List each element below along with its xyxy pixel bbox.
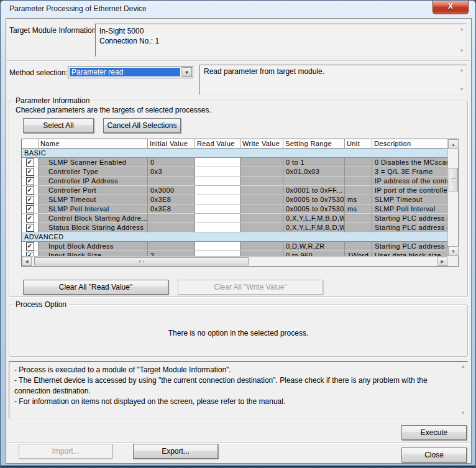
import-button: Import... (19, 444, 112, 459)
checkbox-checked-icon[interactable]: ✓ (26, 158, 34, 167)
cell-read (195, 167, 240, 177)
clear-all-write-value-button: Clear All "Write Value" (178, 280, 323, 295)
cell-initial (148, 177, 195, 186)
checkbox-checked-icon[interactable]: ✓ (26, 252, 34, 257)
cell-unit: ms (345, 195, 372, 204)
scroll-up-icon[interactable]: ▲ (459, 68, 464, 73)
table-row[interactable]: ✓SLMP Timeout0x3E80x0005 to 0x7530msSLMP… (22, 195, 447, 204)
select-all-button[interactable]: Select All (23, 118, 94, 133)
row-checkbox-cell[interactable]: ✓ (22, 177, 39, 186)
cell-name: SLMP Poll Interval (39, 204, 148, 214)
cell-write (240, 167, 283, 177)
cell-unit (345, 186, 372, 195)
column-header-check[interactable] (22, 139, 39, 148)
row-checkbox-cell[interactable]: ✓ (22, 251, 39, 256)
row-checkbox-cell[interactable]: ✓ (22, 186, 39, 195)
cell-range: 0 to 960 (283, 251, 345, 256)
cell-write (240, 186, 283, 195)
section-row[interactable]: BASIC (22, 149, 447, 158)
cell-write (240, 177, 283, 186)
scrollbar-corner (447, 256, 458, 266)
cell-name: Controller IP Address (39, 177, 148, 186)
column-header-range[interactable]: Setting Range (283, 139, 345, 148)
vertical-scrollbar-thumb[interactable] (449, 168, 458, 191)
scroll-up-icon[interactable]: ▲ (459, 27, 464, 32)
table-row[interactable]: ✓SLMP Poll Interval0x3E80x0005 to 0x7530… (22, 204, 447, 214)
vertical-scrollbar[interactable]: ▲ ▼ (447, 139, 458, 256)
separator (7, 60, 470, 62)
column-header-initial[interactable]: Initial Value (148, 139, 195, 148)
process-option-group: Process Option There is no option in the… (9, 305, 468, 357)
scroll-down-icon[interactable]: ▼ (448, 246, 459, 256)
table-row[interactable]: ✓Controller Type0x30x01,0x033 = Q/L 3E F… (22, 167, 447, 177)
checkbox-checked-icon[interactable]: ✓ (26, 177, 34, 185)
execute-button[interactable]: Execute (401, 425, 467, 440)
target-module-line: Connection No.: 1 (99, 36, 454, 46)
table-row[interactable]: ✓SLMP Scanner Enabled00 to 10 Disables t… (22, 158, 447, 167)
row-checkbox-cell[interactable]: ✓ (22, 214, 39, 223)
cell-range: 0x01,0x03 (283, 167, 345, 177)
row-checkbox-cell[interactable]: ✓ (22, 167, 39, 177)
table-row[interactable]: ✓Controller Port0x30000x0001 to 0xFF...I… (22, 186, 447, 195)
chevron-down-icon: ▼ (185, 70, 189, 75)
scroll-down-icon[interactable]: ▼ (459, 87, 464, 92)
table-row[interactable]: ✓Input Block Address0,D,W,R,ZRStarting P… (22, 242, 447, 251)
scroll-down-icon[interactable]: ▼ (459, 48, 464, 53)
table-row[interactable]: ✓Controller IP AddressIP address of the … (22, 177, 447, 186)
row-checkbox-cell[interactable]: ✓ (22, 204, 39, 214)
cell-name: Input Block Size (39, 251, 148, 256)
dropdown-button[interactable]: ▼ (181, 67, 192, 77)
method-select-dropdown[interactable]: Parameter read ▼ (68, 66, 193, 78)
table-row[interactable]: ✓Input Block Size20 to 9601WordUser data… (22, 251, 447, 256)
checkbox-checked-icon[interactable]: ✓ (26, 224, 34, 232)
export-button[interactable]: Export... (133, 444, 218, 459)
cancel-all-selections-button[interactable]: Cancel All Selections (103, 118, 181, 133)
cell-unit (345, 242, 372, 251)
cell-write (240, 204, 283, 214)
cell-initial: 0x3E8 (148, 204, 195, 214)
table-row[interactable]: ✓Status Block Staring Address0,X,Y,L,F,M… (22, 223, 447, 232)
checkbox-checked-icon[interactable]: ✓ (26, 186, 34, 195)
column-header-name[interactable]: Name (39, 139, 148, 148)
parameter-table: NameInitial ValueRead ValueWrite ValueSe… (21, 139, 459, 267)
cell-unit (345, 167, 372, 177)
row-checkbox-cell[interactable]: ✓ (22, 195, 39, 204)
cell-unit (345, 223, 372, 232)
horizontal-scrollbar-thumb[interactable] (34, 257, 249, 265)
horizontal-scrollbar[interactable]: ◀ ▶ (22, 256, 447, 266)
row-checkbox-cell[interactable]: ✓ (22, 158, 39, 167)
scroll-right-icon[interactable]: ▶ (437, 257, 447, 266)
note-line: - For information on items not displayed… (14, 397, 450, 407)
column-header-read[interactable]: Read Value (195, 139, 240, 148)
scroll-left-icon[interactable]: ◀ (22, 257, 32, 266)
row-checkbox-cell[interactable]: ✓ (22, 223, 39, 232)
cell-name: Control Block Starting Addre... (39, 214, 148, 223)
close-button[interactable]: X (433, 1, 469, 14)
checkbox-checked-icon[interactable]: ✓ (26, 168, 34, 176)
scroll-up-icon[interactable]: ▲ (448, 139, 459, 149)
checkbox-checked-icon[interactable]: ✓ (26, 242, 34, 250)
notes-box: - Process is executed to a module of "Ta… (9, 361, 468, 419)
cell-write (240, 158, 283, 167)
clear-all-read-value-button[interactable]: Clear All "Read Value" (23, 280, 168, 295)
checkbox-checked-icon[interactable]: ✓ (26, 205, 34, 213)
close-button-bottom[interactable]: Close (401, 447, 467, 462)
cell-range: 0,X,Y,L,F,M,B,D,W,... (283, 223, 345, 232)
cell-write (240, 251, 283, 256)
row-checkbox-cell[interactable]: ✓ (22, 242, 39, 251)
cell-write (240, 223, 283, 232)
parameter-information-group-title: Parameter Information (13, 96, 92, 105)
column-header-write[interactable]: Write Value (240, 139, 283, 148)
column-header-unit[interactable]: Unit (345, 139, 372, 148)
table-header: NameInitial ValueRead ValueWrite ValueSe… (22, 139, 447, 149)
checkbox-checked-icon[interactable]: ✓ (26, 196, 34, 204)
cell-range: 0 to 1 (283, 158, 345, 167)
column-header-desc[interactable]: Description (372, 139, 447, 148)
scroll-down-icon[interactable]: ▼ (460, 411, 465, 416)
table-row[interactable]: ✓Control Block Starting Addre...0,X,Y,L,… (22, 214, 447, 223)
section-row[interactable]: ADVANCED (22, 232, 447, 242)
checkbox-checked-icon[interactable]: ✓ (26, 214, 34, 223)
scroll-up-icon[interactable]: ▲ (460, 364, 465, 369)
cell-desc: Starting PLC address o (372, 242, 447, 251)
title-bar[interactable]: Parameter Processing of Ethernet Device … (1, 1, 475, 18)
